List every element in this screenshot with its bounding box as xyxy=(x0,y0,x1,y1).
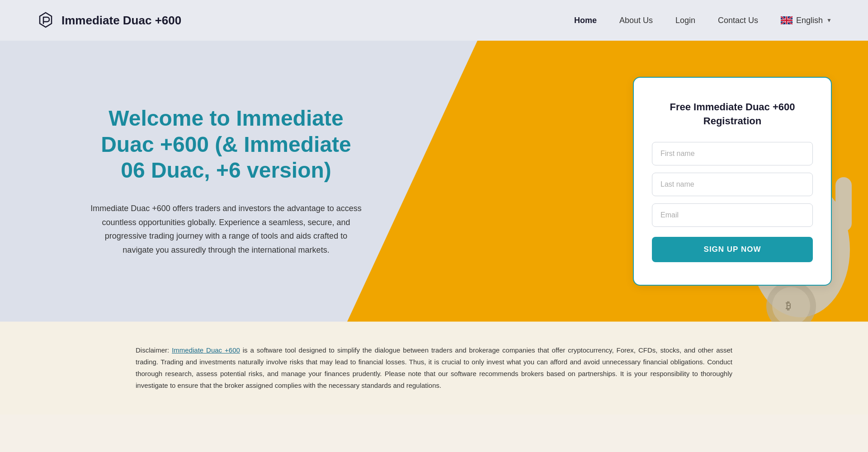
registration-card: Free Immediate Duac +600 Registration SI… xyxy=(633,77,832,286)
chevron-down-icon: ▼ xyxy=(826,17,832,24)
signup-button[interactable]: SIGN UP NOW xyxy=(652,237,813,262)
hero-content: Welcome to Immediate Duac +600 (& Immedi… xyxy=(0,41,868,322)
logo-link[interactable]: Immediate Duac +600 xyxy=(36,11,181,30)
last-name-input[interactable] xyxy=(652,173,813,196)
disclaimer-text: Disclaimer: Immediate Duac +600 is a sof… xyxy=(136,344,732,392)
hero-section: ₿ Welcome to Immediate Duac +600 (& Imme… xyxy=(0,41,868,322)
nav-contact[interactable]: Contact Us xyxy=(718,16,758,25)
logo-text: Immediate Duac +600 xyxy=(61,14,181,28)
registration-form: SIGN UP NOW xyxy=(652,142,813,262)
header: Immediate Duac +600 Home About Us Login … xyxy=(0,0,868,41)
email-input[interactable] xyxy=(652,203,813,227)
reg-title: Free Immediate Duac +600 Registration xyxy=(652,100,813,128)
hero-text-block: Welcome to Immediate Duac +600 (& Immedi… xyxy=(90,105,362,257)
hero-title: Welcome to Immediate Duac +600 (& Immedi… xyxy=(90,105,362,184)
flag-icon xyxy=(781,16,793,24)
logo-icon xyxy=(36,11,55,30)
hero-description: Immediate Duac +600 offers traders and i… xyxy=(90,202,362,257)
nav-about[interactable]: About Us xyxy=(619,16,653,25)
first-name-input[interactable] xyxy=(652,142,813,165)
disclaimer-section: Disclaimer: Immediate Duac +600 is a sof… xyxy=(0,322,868,414)
nav-login[interactable]: Login xyxy=(675,16,695,25)
nav: Home About Us Login Contact Us English ▼ xyxy=(574,16,832,25)
lang-label: English xyxy=(796,16,823,25)
disclaimer-prefix: Disclaimer: xyxy=(136,346,172,354)
language-selector[interactable]: English ▼ xyxy=(781,16,832,25)
nav-home[interactable]: Home xyxy=(574,16,597,25)
disclaimer-link[interactable]: Immediate Duac +600 xyxy=(172,346,240,354)
